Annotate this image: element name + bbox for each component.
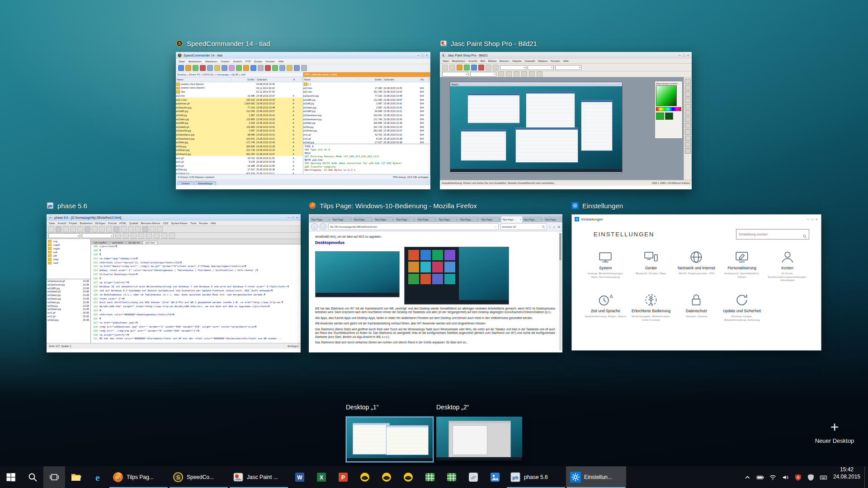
file-row[interactable]: w10fakt.jpg171.74623.08.2015 20:06A <box>176 141 303 145</box>
file-row[interactable]: w10fstart.jpg352.30522.08.2015 23:07604 <box>303 129 430 133</box>
menu-item[interactable]: Effekte <box>488 60 497 62</box>
bookmark-star-icon[interactable]: ☆ <box>494 225 497 229</box>
toolbar-icon[interactable] <box>115 233 121 239</box>
toolbar-icon[interactable] <box>521 71 527 77</box>
taskbar-item-app-gray[interactable] <box>462 466 484 488</box>
tab-close-icon[interactable]: × <box>499 218 500 221</box>
column-header[interactable]: Größe <box>231 78 255 81</box>
antivirus-icon[interactable]: G <box>794 474 802 481</box>
settings-search-input[interactable] <box>738 232 801 237</box>
toolbar-icon[interactable] <box>178 65 184 71</box>
file-row[interactable]: em1.gif43.70225.08.2015 01:51604 <box>303 133 430 137</box>
column-header[interactable]: Name <box>303 78 359 81</box>
toolbar-icon[interactable] <box>529 71 535 77</box>
menu-item[interactable]: Ansicht <box>233 60 242 63</box>
file-item[interactable]: w10d80.jpg23.08. <box>47 287 90 291</box>
file-row[interactable]: w10desklaver.jpg98.08623.08.2015 16:21A <box>176 133 303 137</box>
browser-tab[interactable]: Tilps Page...× <box>459 216 480 222</box>
menu-item[interactable]: Datei <box>443 60 449 62</box>
menu-item[interactable]: Bearbeiten <box>452 60 465 62</box>
color-picker[interactable] <box>656 85 677 106</box>
taskbar-item-phase[interactable]: phphase 5.6 <box>506 466 566 488</box>
settings-tile-konten[interactable]: KontenIhr Konto, Synchronisierungseinste… <box>766 249 808 282</box>
tool-button[interactable] <box>685 123 691 128</box>
taskbar-item-excel[interactable]: X <box>311 466 332 488</box>
file-row[interactable]: w10.htm16.58624.08.2015 15:37A <box>176 94 303 98</box>
menu-item[interactable]: Markieren <box>205 60 217 63</box>
taskbar-item-powerpoint[interactable]: P <box>332 466 354 488</box>
toolbar-icon[interactable] <box>185 65 191 71</box>
network-icon[interactable] <box>769 474 777 481</box>
file-row[interactable]: position-xfa.b.Dateien24.08.2015 15:40 <box>176 82 303 86</box>
toolbar-icon[interactable] <box>121 226 127 232</box>
menu-item[interactable]: Hilfe <box>563 60 569 62</box>
url-bar[interactable]: file:///D:/homepage/tilp-58/zielf/zw10.h… <box>328 223 499 230</box>
browser-tab[interactable]: Tilps Page...× <box>374 216 395 222</box>
toolbar-icon[interactable] <box>442 65 448 70</box>
taskbar-item-jasc-paint-shop[interactable]: Jasc Paint ... <box>229 466 289 488</box>
file-item[interactable]: w10dativ.jpg23.08. <box>47 294 90 297</box>
tool-button[interactable] <box>685 148 691 154</box>
file-row[interactable]: w10d80.jpg112.05623.08.2015 18:57604 <box>303 98 430 102</box>
settings-tile-ger-te[interactable]: GeräteBluetooth, Drucker, Maus <box>630 249 672 282</box>
toolbar-dropdown[interactable]: ▾ <box>528 65 554 70</box>
tool-button[interactable] <box>685 136 691 141</box>
back-button[interactable]: ← <box>311 223 318 230</box>
settings-search[interactable] <box>736 229 809 239</box>
file-row[interactable]: w10fa.jpg221.73323.08.2015 22:24604 <box>303 125 430 129</box>
file-item[interactable]: w10asfneukl.jpg23.08. <box>47 283 90 287</box>
file-row[interactable]: w10auufrei.jpg77.31623.08.2015 19:48A <box>176 106 303 110</box>
toolbar-icon[interactable] <box>272 65 278 71</box>
file-item[interactable]: w10alt.jpg25.08. <box>47 319 90 322</box>
volume-icon[interactable] <box>782 474 789 481</box>
file-row[interactable]: w10auchkl.jpg2.98723.08.2015 16:41A <box>176 129 303 133</box>
file-row[interactable]: w10fstart.jpg221.73323.08.2015 22:24A <box>176 148 303 152</box>
menu-item[interactable]: Auswahl <box>525 60 535 62</box>
settings-tile-datenschutz[interactable]: DatenschutzStandort, Kamera <box>675 292 717 322</box>
search-box[interactable]: windows 10 <box>500 223 547 230</box>
taskbar-item-task-view[interactable] <box>43 466 65 488</box>
browser-tab[interactable]: Tilps Page...× <box>353 216 373 222</box>
taskbar-item-word[interactable]: W <box>289 466 311 488</box>
tab-close-icon[interactable]: × <box>392 218 394 221</box>
new-desktop-button[interactable]: + Neuer Desktop <box>800 420 868 444</box>
file-row[interactable]: w10alt.jpg17.62725.08.2015 00:38A <box>176 168 303 172</box>
toolbar-icon[interactable] <box>106 226 112 232</box>
file-row[interactable]: w10alt.jpg17.62725.08.2015 00:38604 <box>303 141 430 144</box>
menu-item[interactable]: Fenster <box>551 60 560 62</box>
tab-close-icon[interactable]: × <box>329 218 330 221</box>
toolbar-icon[interactable] <box>193 65 198 71</box>
menu-item[interactable]: Benutzer-Menüs <box>141 222 160 225</box>
toolbar-icon[interactable] <box>294 65 300 71</box>
file-row[interactable]: w10desktaver.jpg171.74623.08.2015 20:066… <box>303 117 430 121</box>
tool-button[interactable] <box>685 129 691 135</box>
window-thumbnail-settings[interactable]: Einstellungen ─□× EINSTELLUNGEN SystemAn… <box>571 214 821 351</box>
menu-item[interactable]: FTP <box>245 60 250 63</box>
menu-item[interactable]: Ordner <box>221 60 230 63</box>
toolbar-icon[interactable] <box>85 226 90 232</box>
toolbar-icon[interactable] <box>161 233 167 239</box>
column-header[interactable]: Att <box>420 78 430 81</box>
document-tab[interactable]: w10.html <box>143 241 157 244</box>
menu-item[interactable]: Bild <box>481 60 485 62</box>
file-item[interactable]: em1.gif25.08. <box>47 311 90 315</box>
scrollbar[interactable] <box>559 233 561 351</box>
file-row[interactable]: w10-1.htm150.03223.08.2015 20:44A <box>176 98 303 102</box>
settings-tile-netzwerk-und-internet[interactable]: Netzwerk und InternetWLAN, Flugzeugmodus… <box>675 249 717 282</box>
browser-tab[interactable]: Tilps Page...× <box>523 216 543 222</box>
desktop-thumbnail-1[interactable] <box>346 417 434 462</box>
tool-button[interactable] <box>685 104 691 109</box>
menu-item[interactable]: Hilfe <box>278 60 284 63</box>
toolbar-icon[interactable] <box>464 65 470 70</box>
file-row[interactable]: files02.11.2014 07:44 <box>176 90 303 94</box>
file-row[interactable]: w10d8.jpg2.98723.08.2015 16:41604 <box>303 102 430 106</box>
file-row[interactable]: w10fstart2.jpg352.30522.08.2015 23:07A <box>176 152 303 156</box>
toolbar-icon[interactable] <box>214 65 220 71</box>
toolbar-icon[interactable] <box>236 65 242 71</box>
menu-item[interactable]: Ansicht <box>58 222 66 225</box>
file-item[interactable]: w10fakt.jpg23.08. <box>47 301 90 305</box>
toolbar-icon[interactable] <box>537 71 542 77</box>
tree-item[interactable]: w8 <box>47 254 90 258</box>
column-header[interactable]: Geändert <box>256 78 292 81</box>
toolbar-dropdown[interactable]: ▾ <box>555 65 581 70</box>
